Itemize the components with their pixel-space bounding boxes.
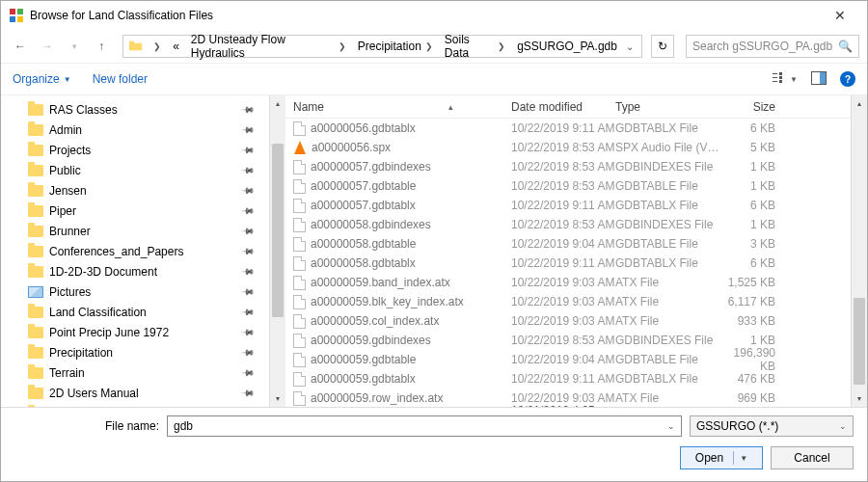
file-name: a00000059.col_index.atx [311, 314, 439, 328]
scroll-down-icon[interactable]: ▾ [852, 390, 867, 407]
search-input[interactable]: Search gSSURGO_PA.gdb 🔍 [686, 35, 859, 58]
file-size: 6 KB [719, 199, 787, 212]
toolbar: Organize ▼ New folder ▼ ? [1, 63, 867, 95]
file-icon [293, 160, 306, 174]
tree-item-label: Projects [49, 144, 91, 157]
crumb-1[interactable]: Precipitation❯ [354, 36, 441, 57]
tree-item[interactable]: Terrain📌 [1, 362, 269, 383]
close-button[interactable]: ✕ [821, 8, 859, 23]
folder-tree[interactable]: RAS Classes📌Admin📌Projects📌Public📌Jensen… [1, 95, 269, 407]
scroll-down-icon[interactable]: ▾ [270, 390, 285, 407]
address-bar[interactable]: ❯ « 2D Unsteady Flow Hydraulics❯ Precipi… [122, 35, 642, 58]
tree-item[interactable]: Public📌 [1, 160, 269, 180]
folder-icon [28, 367, 43, 379]
file-date: 10/22/2019 9:03 AM [511, 391, 615, 405]
file-name: a00000059.row_index.atx [311, 391, 443, 405]
file-row[interactable]: a00000056.spx10/22/2019 8:53 AMSPX Audio… [285, 138, 851, 157]
file-icon [293, 353, 306, 367]
svg-rect-11 [820, 72, 826, 84]
address-dropdown-icon[interactable]: ⌄ [621, 41, 639, 52]
svg-rect-2 [10, 16, 15, 22]
folder-icon [127, 38, 144, 55]
file-type: ATX File [615, 295, 719, 308]
up-button[interactable]: ↑ [90, 35, 113, 58]
crumb-3[interactable]: gSSURGO_PA.gdb [513, 36, 621, 57]
forward-button[interactable]: → [36, 35, 59, 58]
pin-icon: 📌 [241, 264, 256, 279]
tree-item-label: 2D Users Manual [49, 387, 139, 400]
file-row[interactable]: a00000057.gdbtablx10/22/2019 9:11 AMGDBT… [285, 196, 851, 215]
scroll-up-icon[interactable]: ▴ [852, 95, 867, 112]
organize-menu[interactable]: Organize ▼ [13, 72, 71, 86]
file-icon [293, 179, 306, 194]
file-row[interactable]: a00000059.gdbtablx10/22/2019 9:11 AMGDBT… [285, 369, 851, 388]
back-button[interactable]: ← [9, 35, 32, 58]
file-row[interactable]: a00000059.band_index.atx10/22/2019 9:03 … [285, 273, 851, 292]
col-name[interactable]: Name▴ [285, 100, 511, 114]
tree-item[interactable]: Brunner FY20 Budget📌 [1, 403, 269, 407]
file-size: 1 KB [719, 218, 787, 231]
svg-rect-8 [779, 76, 782, 79]
help-icon[interactable]: ? [840, 71, 855, 87]
folder-icon [28, 124, 43, 136]
file-row[interactable]: a00000058.gdbtablx10/22/2019 9:11 AMGDBT… [285, 254, 851, 273]
svg-rect-9 [779, 80, 782, 83]
pin-icon: 📌 [241, 325, 256, 339]
file-date: 10/22/2019 8:53 AM [511, 141, 615, 154]
tree-item-label: Point Precip June 1972 [49, 326, 169, 339]
tree-item-label: RAS Classes [49, 103, 118, 117]
chevron-down-icon[interactable]: ⌄ [667, 421, 675, 431]
tree-item[interactable]: 2D Users Manual📌 [1, 383, 269, 403]
scroll-up-icon[interactable]: ▴ [270, 95, 285, 112]
tree-item[interactable]: Jensen📌 [1, 180, 269, 201]
file-row[interactable]: a00000059.blk_key_index.atx10/22/2019 9:… [285, 292, 851, 311]
preview-pane-icon[interactable] [811, 71, 827, 88]
tree-item-label: Brunner FY20 Budget [49, 407, 161, 408]
file-name: a00000056.gdbtablx [311, 121, 416, 135]
crumb-0[interactable]: 2D Unsteady Flow Hydraulics❯ [187, 36, 354, 57]
scroll-thumb[interactable] [272, 144, 284, 317]
tree-item[interactable]: Projects📌 [1, 140, 269, 160]
tree-item[interactable]: Pictures📌 [1, 281, 269, 302]
list-scrollbar[interactable]: ▴ ▾ [851, 95, 867, 407]
open-button[interactable]: Open▼ [680, 446, 763, 469]
tree-item[interactable]: Point Precip June 1972📌 [1, 322, 269, 342]
scroll-thumb[interactable] [854, 298, 865, 385]
file-row[interactable]: a00000059.gdbtable10/22/2019 9:04 AMGDBT… [285, 350, 851, 369]
col-type[interactable]: Type [615, 100, 719, 114]
file-row[interactable]: a00000058.gdbtable10/22/2019 9:04 AMGDBT… [285, 234, 851, 254]
tree-item-label: Pictures [49, 285, 91, 299]
file-row[interactable]: a00000057.gdbindexes10/22/2019 8:53 AMGD… [285, 157, 851, 176]
crumb-2[interactable]: Soils Data❯ [441, 36, 513, 57]
file-type-filter[interactable]: GSSURGO (*.*)⌄ [690, 415, 854, 437]
chevron-down-icon[interactable]: ▼ [740, 454, 747, 463]
file-row[interactable]: a00000059.col_index.atx10/22/2019 9:03 A… [285, 311, 851, 331]
tree-item[interactable]: 1D-2D-3D Document📌 [1, 261, 269, 281]
tree-item[interactable]: Brunner📌 [1, 221, 269, 241]
tree-item[interactable]: Piper📌 [1, 201, 269, 221]
tree-scrollbar[interactable]: ▴ ▾ [269, 95, 285, 407]
file-row[interactable]: a00000058.gdbindexes10/22/2019 8:53 AMGD… [285, 215, 851, 234]
tree-item[interactable]: Precipitation📌 [1, 342, 269, 362]
view-options-icon[interactable]: ▼ [773, 72, 798, 86]
crumb-root-chevron[interactable]: ❯ [146, 36, 169, 57]
tree-item[interactable]: RAS Classes📌 [1, 99, 269, 120]
tree-item[interactable]: Land Classification📌 [1, 302, 269, 322]
filename-input[interactable]: gdb⌄ [167, 415, 682, 437]
refresh-button[interactable]: ↻ [651, 35, 674, 58]
recent-dropdown-icon[interactable]: ▾ [63, 35, 86, 58]
tree-item[interactable]: Admin📌 [1, 120, 269, 140]
file-type: GDBTABLX File [615, 121, 719, 135]
tree-item[interactable]: Conferences_and_Papers📌 [1, 241, 269, 261]
file-date: 10/22/2019 9:11 AM [511, 256, 615, 270]
file-name: a00000059.gdbindexes [311, 334, 431, 347]
col-size[interactable]: Size [719, 100, 787, 114]
file-row[interactable]: a00000056.gdbtablx10/22/2019 9:11 AMGDBT… [285, 119, 851, 138]
crumb-prev[interactable]: « [169, 36, 187, 57]
file-row[interactable]: a00000057.gdbtable10/22/2019 8:53 AMGDBT… [285, 176, 851, 196]
sort-asc-icon: ▴ [448, 102, 453, 112]
new-folder-button[interactable]: New folder [93, 72, 148, 86]
file-size: 476 KB [719, 372, 787, 386]
col-date[interactable]: Date modified [511, 100, 615, 114]
cancel-button[interactable]: Cancel [771, 446, 854, 469]
